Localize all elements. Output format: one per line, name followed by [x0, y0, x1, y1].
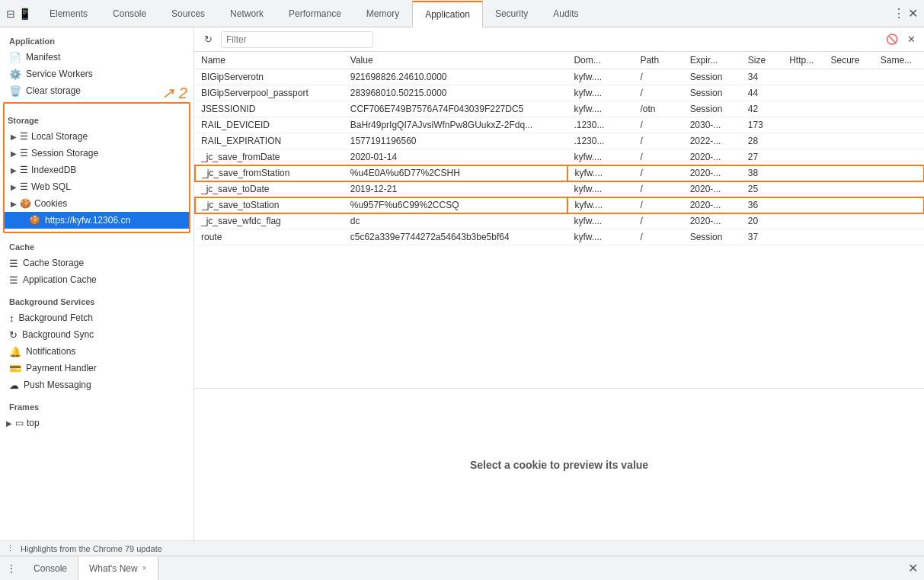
payment-handler-label: Payment Handler: [26, 363, 97, 373]
table-cell-7: [825, 165, 874, 181]
table-cell-5: 42: [742, 101, 783, 117]
tab-elements[interactable]: Elements: [37, 0, 101, 27]
sidebar-item-bg-sync[interactable]: ↻ Background Sync: [0, 326, 193, 343]
col-header-secure[interactable]: Secure: [825, 52, 874, 69]
tab-security[interactable]: Security: [483, 0, 541, 27]
local-storage-group[interactable]: ▶ ☰ Local Storage: [5, 128, 189, 145]
table-cell-3: /: [634, 197, 683, 213]
frames-top-icon: ▭: [15, 418, 24, 428]
bottom-bar-wrapper: ⋮ Highlights from the Chrome 79 update ⋮…: [0, 540, 924, 580]
dock-icon[interactable]: ⊟: [6, 8, 15, 20]
more-options-icon[interactable]: ⋮: [893, 6, 905, 21]
table-cell-3: /: [634, 117, 683, 133]
bottom-whats-new-label: What's New: [89, 563, 138, 574]
tab-application[interactable]: Application: [412, 1, 483, 27]
sidebar-item-bg-fetch[interactable]: ↕ Background Fetch: [0, 309, 193, 326]
table-row[interactable]: _jc_save_toStation%u957F%u6C99%2CCSQkyfw…: [195, 197, 924, 213]
preview-text: Select a cookie to preview its value: [470, 459, 648, 471]
push-messaging-icon: ☁: [9, 380, 19, 391]
frames-top-group[interactable]: ▶ ▭ top: [0, 415, 193, 431]
col-header-http[interactable]: Http...: [783, 52, 824, 69]
table-cell-5: 20: [742, 213, 783, 229]
device-toolbar-icon[interactable]: 📱: [18, 8, 31, 20]
cache-storage-icon: ☰: [9, 258, 18, 269]
close-bottom-panel-button[interactable]: ✕: [902, 561, 924, 575]
cookies-url-label: https://kyfw.12306.cn: [45, 215, 130, 226]
bottom-whats-new-close[interactable]: ×: [142, 564, 147, 572]
bottom-tab-icons: ⋮: [0, 562, 23, 575]
refresh-button[interactable]: ↻: [200, 31, 216, 47]
table-row[interactable]: JSESSIONIDCCF706E749B7576A74F043039F227D…: [195, 101, 924, 117]
sidebar-item-push-messaging[interactable]: ☁ Push Messaging: [0, 377, 193, 393]
notifications-icon: 🔔: [9, 346, 21, 357]
table-cell-5: 38: [742, 165, 783, 181]
col-header-path[interactable]: Path: [634, 52, 683, 69]
col-header-domain[interactable]: Dom...: [568, 52, 634, 69]
tab-performance[interactable]: Performance: [277, 0, 354, 27]
tab-console[interactable]: Console: [101, 0, 159, 27]
col-header-expires[interactable]: Expir...: [684, 52, 742, 69]
table-cell-6: [783, 69, 824, 85]
table-cell-1: c5c62a339e7744272a54643b3be5bf64: [344, 229, 568, 245]
cookies-url-icon: 🍪: [29, 215, 40, 226]
web-sql-group[interactable]: ▶ ☰ Web SQL: [5, 178, 189, 195]
table-cell-3: /: [634, 229, 683, 245]
table-row[interactable]: BIGipServerotn921698826.24610.0000kyfw..…: [195, 69, 924, 85]
sidebar-item-manifest[interactable]: 📄 Manifest: [0, 49, 193, 66]
devtools-dots-icon[interactable]: ⋮: [6, 543, 14, 553]
table-row[interactable]: routec5c62a339e7744272a54643b3be5bf64kyf…: [195, 229, 924, 245]
table-row[interactable]: BIGipServerpool_passport283968010.50215.…: [195, 85, 924, 101]
sidebar-item-service-workers[interactable]: ⚙️ Service Workers: [0, 66, 193, 82]
annotation-2: ↗ 2: [161, 84, 187, 102]
sidebar-item-cache-storage[interactable]: ☰ Cache Storage: [0, 255, 193, 271]
table-row[interactable]: RAIL_EXPIRATION1577191196560.1230.../202…: [195, 133, 924, 149]
col-header-samesite[interactable]: Same...: [874, 52, 924, 69]
storage-section-header: Storage: [5, 110, 189, 128]
tab-network[interactable]: Network: [218, 0, 277, 27]
bottom-more-icon[interactable]: ⋮: [6, 562, 17, 575]
service-workers-icon: ⚙️: [9, 69, 21, 80]
table-row[interactable]: RAIL_DEVICEIDBaHr49prIgQI7AJvsiWfnPw8GUu…: [195, 117, 924, 133]
col-header-value[interactable]: Value: [344, 52, 568, 69]
storage-section: Storage ▶ ☰ Local Storage ▶ ☰ Session St…: [3, 102, 190, 233]
table-cell-4: 2020-...: [684, 149, 742, 165]
content-area: ↻ 🚫 ✕ Name Value Dom... Path Expir... Si…: [194, 27, 924, 540]
table-cell-3: /: [634, 133, 683, 149]
tab-audits[interactable]: Audits: [541, 0, 591, 27]
table-row[interactable]: _jc_save_toDate2019-12-21kyfw..../2020-.…: [195, 181, 924, 197]
table-cell-4: Session: [684, 69, 742, 85]
cookies-label: Cookies: [34, 198, 67, 209]
col-header-name[interactable]: Name: [195, 52, 344, 69]
sidebar: Application 📄 Manifest ⚙️ Service Worker…: [0, 27, 194, 540]
tab-sources[interactable]: Sources: [159, 0, 218, 27]
tab-memory[interactable]: Memory: [354, 0, 412, 27]
table-row[interactable]: _jc_save_fromStation%u4E0A%u6D77%2CSHHky…: [195, 165, 924, 181]
session-storage-group[interactable]: ▶ ☰ Session Storage: [5, 145, 189, 162]
close-filter-button[interactable]: ✕: [905, 31, 918, 47]
bottom-tab-console[interactable]: Console: [23, 556, 78, 580]
web-sql-icon: ☰: [20, 181, 28, 192]
bottom-tab-whats-new[interactable]: What's New ×: [78, 556, 158, 580]
bottom-tab-bar: ⋮ Console What's New × ✕: [0, 556, 924, 580]
table-cell-2: kyfw....: [568, 149, 634, 165]
indexeddb-group[interactable]: ▶ ☰ IndexedDB: [5, 162, 189, 178]
sidebar-item-payment-handler[interactable]: 💳 Payment Handler: [0, 360, 193, 377]
col-header-size[interactable]: Size: [742, 52, 783, 69]
table-row[interactable]: _jc_save_wfdc_flagdckyfw..../2020-...20: [195, 213, 924, 229]
table-cell-6: [783, 85, 824, 101]
clear-all-button[interactable]: 🚫: [884, 31, 900, 47]
table-cell-0: _jc_save_fromDate: [195, 149, 344, 165]
cookies-arrow: ▶: [11, 200, 17, 208]
sidebar-item-cookies-url[interactable]: 🍪 https://kyfw.12306.cn: [5, 212, 189, 229]
cookies-group[interactable]: ▶ 🍪 Cookies: [5, 195, 189, 212]
table-row[interactable]: _jc_save_fromDate2020-01-14kyfw..../2020…: [195, 149, 924, 165]
table-body: BIGipServerotn921698826.24610.0000kyfw..…: [195, 69, 924, 245]
bg-services-section-header: Background Services: [0, 291, 193, 309]
sidebar-item-notifications[interactable]: 🔔 Notifications: [0, 343, 193, 360]
sidebar-item-app-cache[interactable]: ☰ Application Cache: [0, 271, 193, 288]
table-cell-8: [874, 213, 924, 229]
close-devtools-icon[interactable]: ✕: [908, 6, 918, 21]
filter-input[interactable]: [221, 31, 373, 48]
table-cell-1: BaHr49prIgQI7AJvsiWfnPw8GUukxZ-2Fdq...: [344, 117, 568, 133]
sidebar-item-clear-storage[interactable]: 🗑️ Clear storage ↗ 2: [0, 82, 193, 99]
